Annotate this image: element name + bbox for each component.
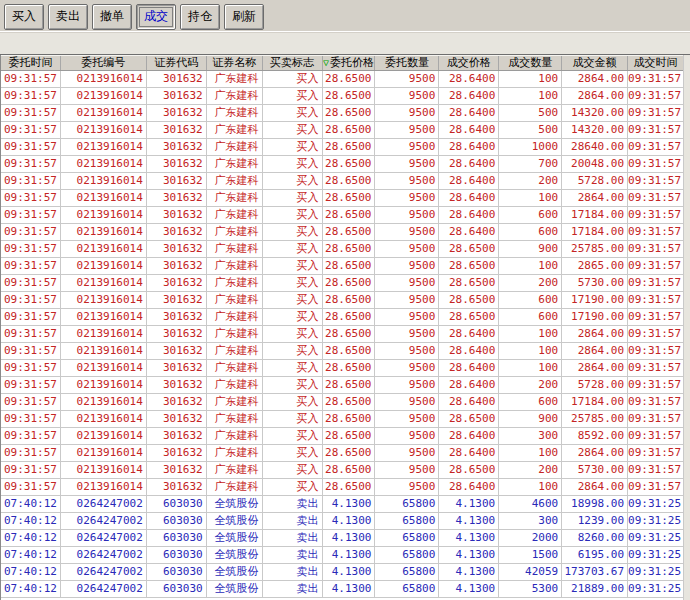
cell-exec-qty: 100 <box>499 88 562 104</box>
cell-order-qty: 65800 <box>375 496 439 512</box>
table-row[interactable]: 09:31:570213916014301632广东建科买入28.6500950… <box>1 428 684 445</box>
cell-order-time: 09:31:57 <box>1 190 61 206</box>
cell-side-flag: 买入 <box>263 343 323 359</box>
cell-exec-price: 28.6500 <box>439 462 499 478</box>
cell-stock-code: 301632 <box>147 173 207 189</box>
table-row[interactable]: 09:31:570213916014301632广东建科买入28.6500950… <box>1 190 684 207</box>
cell-order-price: 4.1300 <box>323 564 376 580</box>
cell-order-qty: 9500 <box>375 309 439 325</box>
table-row[interactable]: 07:40:120264247002603030全筑股份卖出4.13006580… <box>1 496 684 513</box>
cell-exec-qty: 2000 <box>499 530 562 546</box>
cell-exec-price: 28.6400 <box>439 139 499 155</box>
cell-order-price: 28.6500 <box>323 411 376 427</box>
column-header-side-flag[interactable]: 买卖标志 <box>263 56 323 70</box>
cell-order-price: 28.6500 <box>323 428 376 444</box>
table-row[interactable]: 07:40:120264247002603030全筑股份卖出4.13006580… <box>1 530 684 547</box>
refresh-button[interactable]: 刷新 <box>224 4 264 30</box>
table-row[interactable]: 07:40:120264247002603030全筑股份卖出4.13006580… <box>1 564 684 581</box>
table-row[interactable]: 09:31:570213916014301632广东建科买入28.6500950… <box>1 156 684 173</box>
table-row[interactable]: 09:31:570213916014301632广东建科买入28.6500950… <box>1 122 684 139</box>
cell-stock-name: 全筑股份 <box>207 496 263 512</box>
cell-exec-qty: 42059 <box>499 564 562 580</box>
column-header-order-qty[interactable]: 委托数量 <box>375 56 439 70</box>
cell-exec-amount: 17190.00 <box>562 292 628 308</box>
cell-exec-amount: 5728.00 <box>562 377 628 393</box>
cell-order-no: 0213916014 <box>61 445 147 461</box>
cell-exec-qty: 100 <box>499 326 562 342</box>
cell-stock-name: 广东建科 <box>207 394 263 410</box>
table-row[interactable]: 09:31:570213916014301632广东建科买入28.6500950… <box>1 377 684 394</box>
cell-exec-time: 09:31:57 <box>628 326 684 342</box>
cell-exec-time: 09:31:25 <box>628 564 684 580</box>
column-header-stock-name[interactable]: 证券名称 <box>207 56 263 70</box>
table-row[interactable]: 09:31:570213916014301632广东建科买入28.6500950… <box>1 326 684 343</box>
column-header-stock-code[interactable]: 证券代码 <box>147 56 207 70</box>
table-row[interactable]: 09:31:570213916014301632广东建科买入28.6500950… <box>1 394 684 411</box>
table-row[interactable]: 07:40:120264247002603030全筑股份卖出4.13006580… <box>1 547 684 564</box>
cell-exec-amount: 6195.00 <box>562 547 628 563</box>
cell-stock-name: 广东建科 <box>207 428 263 444</box>
cell-stock-name: 广东建科 <box>207 190 263 206</box>
cell-order-price: 28.6500 <box>323 479 376 495</box>
vertical-scrollbar-track[interactable] <box>683 55 690 600</box>
cell-side-flag: 买入 <box>263 207 323 223</box>
cell-side-flag: 卖出 <box>263 513 323 529</box>
cell-exec-amount: 18998.00 <box>562 496 628 512</box>
table-row[interactable]: 09:31:570213916014301632广东建科买入28.6500950… <box>1 479 684 496</box>
table-row[interactable]: 09:31:570213916014301632广东建科买入28.6500950… <box>1 241 684 258</box>
cell-exec-qty: 500 <box>499 105 562 121</box>
column-header-label: 证券代码 <box>154 56 198 69</box>
table-row[interactable]: 09:31:570213916014301632广东建科买入28.6500950… <box>1 411 684 428</box>
table-row[interactable]: 09:31:570213916014301632广东建科买入28.6500950… <box>1 343 684 360</box>
table-row[interactable]: 09:31:570213916014301632广东建科买入28.6500950… <box>1 207 684 224</box>
column-header-exec-time[interactable]: 成交时间 <box>628 56 684 70</box>
cell-exec-amount: 2864.00 <box>562 445 628 461</box>
cell-side-flag: 买入 <box>263 275 323 291</box>
cancel-button[interactable]: 撤单 <box>92 4 132 30</box>
cell-exec-price: 28.6500 <box>439 258 499 274</box>
cell-order-price: 28.6500 <box>323 88 376 104</box>
cell-order-qty: 9500 <box>375 377 439 393</box>
table-row[interactable]: 09:31:570213916014301632广东建科买入28.6500950… <box>1 360 684 377</box>
table-row[interactable]: 09:31:570213916014301632广东建科买入28.6500950… <box>1 224 684 241</box>
cell-order-no: 0213916014 <box>61 411 147 427</box>
column-header-order-time[interactable]: 委托时间 <box>1 56 61 70</box>
table-row[interactable]: 09:31:570213916014301632广东建科买入28.6500950… <box>1 139 684 156</box>
cell-exec-price: 28.6400 <box>439 377 499 393</box>
table-row[interactable]: 09:31:570213916014301632广东建科买入28.6500950… <box>1 105 684 122</box>
cell-exec-time: 09:31:57 <box>628 258 684 274</box>
sell-button[interactable]: 卖出 <box>48 4 88 30</box>
cell-order-qty: 9500 <box>375 224 439 240</box>
table-row[interactable]: 09:31:570213916014301632广东建科买入28.6500950… <box>1 309 684 326</box>
cell-order-time: 09:31:57 <box>1 173 61 189</box>
table-row[interactable]: 09:31:570213916014301632广东建科买入28.6500950… <box>1 88 684 105</box>
cell-order-time: 09:31:57 <box>1 462 61 478</box>
column-header-exec-price[interactable]: 成交价格 <box>439 56 499 70</box>
table-row[interactable]: 09:31:570213916014301632广东建科买入28.6500950… <box>1 71 684 88</box>
cell-exec-time: 09:31:57 <box>628 156 684 172</box>
table-row[interactable]: 09:31:570213916014301632广东建科买入28.6500950… <box>1 275 684 292</box>
cell-exec-qty: 700 <box>499 156 562 172</box>
table-row[interactable]: 07:40:120264247002603030全筑股份卖出4.13006580… <box>1 513 684 530</box>
buy-button[interactable]: 买入 <box>4 4 44 30</box>
cell-stock-name: 全筑股份 <box>207 530 263 546</box>
cell-order-qty: 9500 <box>375 462 439 478</box>
cell-stock-code: 301632 <box>147 479 207 495</box>
cell-order-no: 0264247002 <box>61 496 147 512</box>
table-row[interactable]: 07:40:120264247002603030全筑股份卖出4.13006580… <box>1 581 684 598</box>
cell-exec-qty: 4600 <box>499 496 562 512</box>
table-row[interactable]: 09:31:570213916014301632广东建科买入28.6500950… <box>1 292 684 309</box>
deals-button[interactable]: 成交 <box>136 4 176 30</box>
cell-order-price: 28.6500 <box>323 258 376 274</box>
table-row[interactable]: 09:31:570213916014301632广东建科买入28.6500950… <box>1 445 684 462</box>
column-header-order-no[interactable]: 委托编号 <box>61 56 147 70</box>
positions-button[interactable]: 持仓 <box>180 4 220 30</box>
cell-side-flag: 买入 <box>263 122 323 138</box>
table-row[interactable]: 09:31:570213916014301632广东建科买入28.6500950… <box>1 258 684 275</box>
table-row[interactable]: 09:31:570213916014301632广东建科买入28.6500950… <box>1 173 684 190</box>
column-header-order-price[interactable]: ▽委托价格 <box>323 56 376 70</box>
column-header-exec-amount[interactable]: 成交金额 <box>562 56 628 70</box>
table-row[interactable]: 09:31:570213916014301632广东建科买入28.6500950… <box>1 462 684 479</box>
column-header-exec-qty[interactable]: 成交数量 <box>499 56 562 70</box>
cell-exec-time: 09:31:57 <box>628 445 684 461</box>
